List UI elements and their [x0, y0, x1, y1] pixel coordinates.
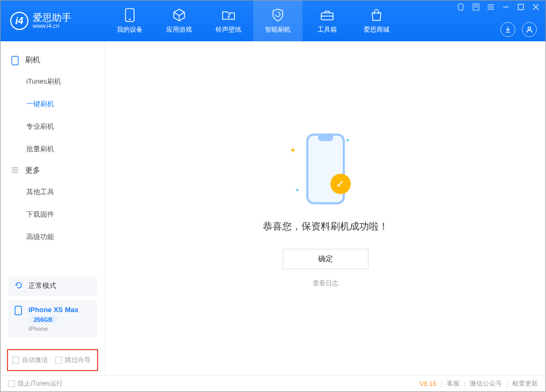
- device-icon: [14, 306, 24, 315]
- svg-rect-12: [518, 4, 523, 10]
- phone-icon: [123, 8, 137, 22]
- device-type: iPhone: [28, 326, 78, 332]
- sidebar-item-itunes[interactable]: iTunes刷机: [1, 70, 105, 93]
- menu-icon[interactable]: [486, 3, 495, 11]
- main-content: ✓ ✦ ✦ ✦ 恭喜您，保资料刷机成功啦！ 确定 查看日志: [105, 41, 545, 375]
- shield-icon: [271, 8, 285, 22]
- view-log-link[interactable]: 查看日志: [313, 279, 338, 288]
- checkbox-block-itunes[interactable]: 阻止iTunes运行: [8, 379, 63, 388]
- user-button[interactable]: [522, 22, 537, 37]
- version-label: V8.16: [419, 380, 436, 388]
- logo-icon: i4: [10, 12, 28, 30]
- svg-rect-21: [15, 306, 21, 315]
- note-icon[interactable]: [471, 3, 480, 11]
- window-controls: [456, 1, 545, 41]
- device-info-card[interactable]: iPhone XS Max 256GB iPhone: [8, 300, 97, 337]
- svg-point-1: [129, 18, 131, 20]
- phone-outline-icon: [11, 56, 20, 64]
- music-folder-icon: [222, 8, 235, 22]
- cube-icon: [172, 8, 186, 22]
- sidebar-item-other[interactable]: 其他工具: [1, 181, 105, 203]
- app-subtitle: www.i4.cn: [33, 23, 71, 29]
- sidebar-item-batch[interactable]: 批量刷机: [1, 138, 105, 160]
- app-title: 爱思助手: [33, 13, 71, 23]
- sidebar-section-flash: 刷机: [1, 50, 105, 70]
- nav-my-device[interactable]: 我的设备: [105, 1, 154, 41]
- options-row: 自动激活 跳过向导: [7, 349, 98, 371]
- nav-store[interactable]: 爱思商城: [352, 1, 401, 41]
- update-link[interactable]: 检查更新: [512, 379, 538, 388]
- device-mode-card[interactable]: 正常模式: [8, 276, 97, 296]
- device-storage: 256GB: [28, 316, 58, 323]
- svg-rect-17: [12, 56, 18, 65]
- sidebar: 刷机 iTunes刷机 一键刷机 专业刷机 批量刷机 更多 其他工具 下载固件 …: [1, 41, 105, 375]
- checkbox-auto-activate[interactable]: 自动激活: [12, 356, 48, 365]
- list-icon: [11, 166, 20, 175]
- toolbox-icon: [320, 8, 334, 22]
- sidebar-item-firmware[interactable]: 下载固件: [1, 203, 105, 226]
- refresh-icon: [14, 281, 24, 291]
- checkmark-icon: ✓: [330, 174, 351, 194]
- status-bar: 阻止iTunes运行 V8.16 | 客服 | 微信公众号 | 检查更新: [1, 375, 545, 391]
- sidebar-section-more: 更多: [1, 160, 105, 181]
- minimize-button[interactable]: [501, 3, 510, 11]
- download-button[interactable]: [500, 22, 515, 37]
- titlebar: i4 爱思助手 www.i4.cn 我的设备 应用游戏 铃声壁纸 智能刷机 工具…: [1, 1, 545, 41]
- svg-point-2: [228, 16, 230, 18]
- checkbox-skip-guide[interactable]: 跳过向导: [55, 356, 91, 365]
- bag-icon: [370, 8, 383, 22]
- sidebar-item-oneclick[interactable]: 一键刷机: [1, 93, 105, 115]
- close-button[interactable]: [532, 3, 540, 11]
- device-name: iPhone XS Max: [28, 306, 78, 314]
- confirm-button[interactable]: 确定: [283, 249, 368, 269]
- success-illustration: ✓ ✦ ✦ ✦: [285, 129, 366, 209]
- nav-apps[interactable]: 应用游戏: [154, 1, 204, 41]
- wechat-link[interactable]: 微信公众号: [470, 379, 502, 388]
- svg-point-16: [528, 27, 531, 30]
- nav-flash[interactable]: 智能刷机: [253, 1, 302, 41]
- sidebar-item-advanced[interactable]: 高级功能: [1, 226, 105, 248]
- app-logo: i4 爱思助手 www.i4.cn: [1, 12, 105, 30]
- sidebar-item-pro[interactable]: 专业刷机: [1, 115, 105, 138]
- nav-tabs: 我的设备 应用游戏 铃声壁纸 智能刷机 工具箱 爱思商城: [105, 1, 401, 41]
- shirt-icon[interactable]: [456, 3, 465, 11]
- success-message: 恭喜您，保资料刷机成功啦！: [263, 220, 388, 233]
- device-mode-label: 正常模式: [28, 281, 56, 291]
- nav-ringtones[interactable]: 铃声壁纸: [204, 1, 253, 41]
- support-link[interactable]: 客服: [447, 379, 460, 388]
- nav-toolbox[interactable]: 工具箱: [302, 1, 352, 41]
- maximize-button[interactable]: [517, 3, 525, 11]
